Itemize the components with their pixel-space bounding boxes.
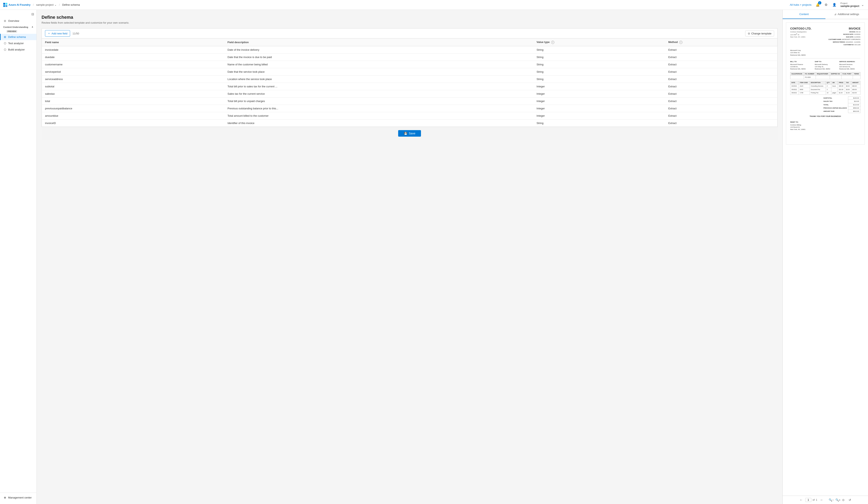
field-count: 11/50 [72, 32, 79, 35]
svg-rect-3 [6, 5, 7, 7]
page-subtitle: Review fields from selected template and… [42, 21, 777, 24]
header-address: Contoso Headquarters123 456th StNew York… [790, 31, 812, 38]
save-bar: 💾 Save [42, 127, 777, 140]
table-row[interactable]: total Total bill prior to unpaid charges… [42, 97, 777, 105]
save-button[interactable]: 💾 Save [398, 130, 421, 137]
cell-field-name: previousunpaidbalance [42, 105, 225, 112]
table-row[interactable]: customername Name of the customer being … [42, 61, 777, 68]
invoice-divider [790, 58, 860, 59]
notification-bell[interactable]: 🔔 1 [815, 2, 820, 8]
cell-method: Extract [665, 90, 777, 97]
change-template-button[interactable]: ⊙ Change template [745, 31, 774, 37]
cell-field-desc: Total bill prior to unpaid charges [224, 97, 533, 105]
table-row[interactable]: invoicedate Date of the invoice delivery… [42, 46, 777, 53]
table-row[interactable]: serviceperiod Date that the service took… [42, 68, 777, 75]
company-name: CONTOSO LTD. Contoso Headquarters123 456… [790, 27, 812, 41]
cell-value-type: Integer [533, 112, 665, 119]
th-fob: F.O.B. POINT [841, 72, 853, 76]
cell-field-desc: Total amount billed to the customer [224, 112, 533, 119]
zoom-controls: 🔍− 🔍+ ⊙ [829, 498, 845, 502]
table-row[interactable]: duedate Date that the invoice is due to … [42, 53, 777, 61]
sidebar-item-overview[interactable]: ⊙ Overview [0, 18, 37, 24]
cell-method: Extract [665, 68, 777, 75]
salesperson-row: PO-3333 [790, 76, 860, 79]
define-schema-icon: ⊞ [4, 35, 6, 39]
user-avatar[interactable]: 👤 [831, 2, 837, 8]
method-info-icon[interactable]: i [679, 41, 682, 44]
col-field-name: Field name [42, 39, 225, 46]
refresh-button[interactable]: ↺ [849, 498, 851, 502]
cell-field-desc: Date that the service took place [224, 68, 533, 75]
project-dropdown-icon[interactable]: ⌄ [860, 2, 865, 8]
tab-additional-settings[interactable]: ⊿ Additional settings [825, 10, 868, 19]
col-method: Method i [665, 39, 777, 46]
project-info: Project sample-project ⌄ [840, 2, 865, 8]
sidebar-collapse[interactable]: ⊟ [0, 11, 37, 18]
zoom-in-button[interactable]: 🔍+ [835, 498, 840, 502]
breadcrumb-project[interactable]: sample-project ⌄ [36, 3, 56, 6]
breadcrumb-sep-2: / [59, 3, 60, 6]
sidebar-item-build-analyzer[interactable]: ⬡ Build analyzer [0, 47, 37, 53]
cell-method: Extract [665, 112, 777, 119]
table-row[interactable]: subtotal Total bill prior to sales tax f… [42, 83, 777, 90]
th-price: PRICE [838, 81, 845, 84]
po-number: PO-3333 [804, 76, 816, 79]
content-tab-label: Content [799, 13, 809, 16]
cell-method: Extract [665, 83, 777, 90]
invoice-header: CONTOSO LTD. Contoso Headquarters123 456… [790, 27, 860, 46]
add-label: Add new field [52, 32, 68, 35]
bill-from: Microsoft Corp123 Other St.Redmond WA, 9… [790, 49, 860, 56]
project-name: sample-project [840, 4, 859, 8]
invoice-totals: SUBTOTAL $100.00 SALES TAX $10.00 TOTAL … [822, 96, 860, 113]
cell-value-type: Integer [533, 90, 665, 97]
cell-value-type: Integer [533, 105, 665, 112]
schema-panel: Define schema Review fields from selecte… [37, 10, 783, 504]
cell-method: Extract [665, 97, 777, 105]
cell-value-type: String [533, 53, 665, 61]
app-logo[interactable]: Azure AI Foundry [3, 3, 31, 7]
table-row[interactable]: salestax Sales tax for the current servi… [42, 90, 777, 97]
app-body: ⊟ ⊙ Overview Content Understanding ∧ PRE… [0, 10, 868, 504]
cell-field-desc: Total bill prior to sales tax for the cu… [224, 83, 533, 90]
change-template-label: Change template [751, 32, 772, 35]
all-hubs-link[interactable]: All hubs + projects [790, 3, 812, 6]
cell-method: Extract [665, 105, 777, 112]
table-row[interactable]: amountdue Total amount billed to the cus… [42, 112, 777, 119]
cell-field-name: salestax [42, 90, 225, 97]
zoom-out-button[interactable]: 🔍− [829, 498, 834, 502]
cell-field-desc: Previous outstanding balance prior to th… [224, 105, 533, 112]
sidebar-management-center[interactable]: ⊕ Management center [0, 494, 37, 501]
add-new-field-button[interactable]: ＋ Add new field [45, 30, 70, 37]
cell-field-name: invoicedate [42, 46, 225, 53]
table-row[interactable]: invoiceID Identifier of this invoice Str… [42, 119, 777, 127]
sidebar-label-define-schema: Define schema [8, 35, 26, 39]
collapse-icon[interactable]: ⊟ [31, 12, 34, 16]
sidebar-label-test-analyzer: Test analyzer [8, 42, 24, 45]
sidebar-item-test-analyzer[interactable]: ⬡ Test analyzer [0, 40, 37, 47]
test-analyzer-icon: ⬡ [4, 42, 6, 45]
settings-icon[interactable]: ⚙ [824, 2, 828, 8]
invoice-title-right: INVOICE INVOICE: INV-10 INVOICE DATE: 12… [828, 27, 860, 46]
invoice-title: INVOICE [828, 27, 860, 31]
invoice-preview: CONTOSO LTD. Contoso Headquarters123 456… [783, 19, 868, 496]
table-row[interactable]: previousunpaidbalance Previous outstandi… [42, 105, 777, 112]
thank-you-text: THANK YOU FOR YOUR BUSINESS! [790, 113, 860, 118]
invoice-paper: CONTOSO LTD. Contoso Headquarters123 456… [786, 22, 865, 145]
th-um: UM [831, 81, 838, 84]
top-nav: Azure AI Foundry / sample-project ⌄ / De… [0, 0, 868, 10]
page-number-input[interactable] [805, 498, 812, 502]
zoom-reset-button[interactable]: ⊙ [842, 498, 845, 502]
schema-toolbar: ＋ Add new field 11/50 ⊙ Change template [42, 28, 777, 38]
nav-right: All hubs + projects 🔔 1 ⚙ 👤 Project samp… [790, 2, 865, 8]
prev-page-button[interactable]: ← [799, 498, 803, 502]
sidebar-item-define-schema[interactable]: ⊞ Define schema [0, 34, 37, 40]
cell-method: Extract [665, 53, 777, 61]
cell-field-name: serviceperiod [42, 68, 225, 75]
breadcrumb-sep-1: / [33, 3, 34, 6]
value-type-info-icon[interactable]: i [551, 41, 554, 44]
th-amount: AMOUNT [851, 81, 860, 84]
cell-field-name: invoiceID [42, 119, 225, 127]
next-page-button[interactable]: → [820, 498, 823, 502]
table-row[interactable]: serviceaddress Location where the servic… [42, 75, 777, 83]
tab-content[interactable]: Content [783, 10, 825, 19]
